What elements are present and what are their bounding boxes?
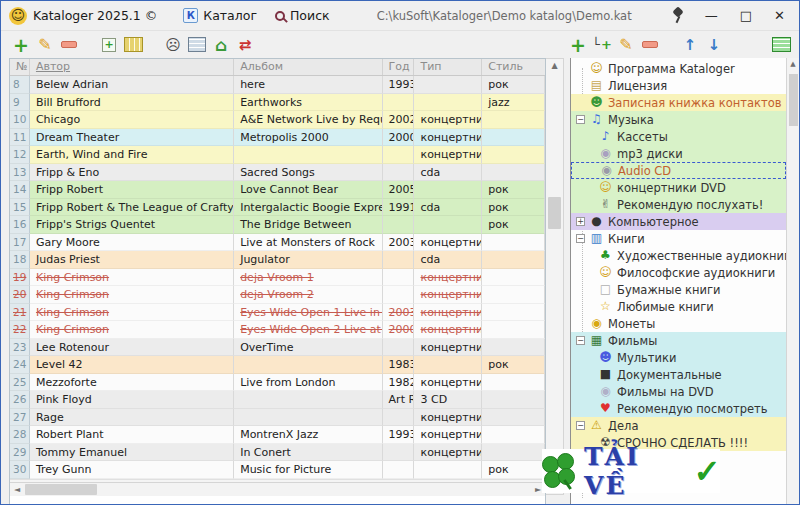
cell-num: 16 <box>10 216 30 234</box>
scroll-left-icon[interactable]: ◄ <box>10 483 24 496</box>
tree-scroll-up-icon[interactable]: ▲ <box>787 60 799 68</box>
table-row[interactable]: 15Fripp Robert & The League of Crafty Gu… <box>10 199 545 217</box>
tree-item[interactable]: ☆Любимые книги <box>571 298 786 315</box>
tree-item[interactable]: ■Документальные <box>571 366 786 383</box>
add-child-node-icon[interactable]: └ <box>590 35 614 55</box>
collapse-minus-icon[interactable]: − <box>576 234 585 243</box>
tree-item[interactable]: ▤Лицензия <box>571 77 786 94</box>
edit-node-icon[interactable]: ✎ <box>614 35 638 55</box>
column-header-year[interactable]: Год <box>383 59 415 75</box>
tree-table-icon[interactable] <box>769 35 793 55</box>
table-row[interactable]: 8Belew Adrianhere1993рок <box>10 76 545 94</box>
add-record-icon[interactable]: + <box>9 35 33 55</box>
tree-item[interactable]: ☺концертники DVD <box>571 179 786 196</box>
home-icon[interactable]: ⌂ <box>209 35 233 55</box>
collapse-minus-icon[interactable]: − <box>576 336 585 345</box>
move-down-icon[interactable]: ↓ <box>702 35 726 55</box>
collapse-minus-icon[interactable]: − <box>576 115 585 124</box>
tree-item[interactable]: ◉Фильмы на DVD <box>571 383 786 400</box>
cell-author: Chicago <box>30 111 234 129</box>
table-row[interactable]: 21King CrimsonEyes Wide Open 1 Live in J… <box>10 304 545 322</box>
catalog-button[interactable]: К Каталог <box>177 6 263 25</box>
table-row[interactable]: 28Robert PlantMontrenX Jazz1993концертни… <box>10 426 545 444</box>
check-icon: ✓ <box>693 456 720 486</box>
table-row[interactable]: 24Level 421983рок <box>10 356 545 374</box>
cell-style <box>482 269 545 287</box>
table-row[interactable]: 19King Crimsondeja Vroom 1концертник <box>10 269 545 287</box>
tree-scroll-thumb[interactable] <box>789 74 798 126</box>
table-row[interactable]: 11Dream TheaterMetropolis 20002000концер… <box>10 129 545 147</box>
table-row[interactable]: 27Rageконцертник <box>10 409 545 427</box>
table-row[interactable]: 16Fripp's Strigs QuentetThe Bridge Betwe… <box>10 216 545 234</box>
exchange-icon[interactable]: ⇄ <box>233 35 257 55</box>
table-row[interactable]: 17Gary MooreLive at Monsters of Rock2003… <box>10 234 545 252</box>
insert-record-icon[interactable] <box>97 35 121 55</box>
coin-icon: ◉ <box>589 316 604 331</box>
tree-item[interactable]: ◉Монеты <box>571 315 786 332</box>
delete-node-icon[interactable] <box>638 35 662 55</box>
minimize-button[interactable]: — <box>705 9 718 23</box>
tree-item[interactable]: +●Компьютерное <box>571 213 786 230</box>
smiley-face-icon[interactable]: ☹ <box>161 35 185 55</box>
expand-plus-icon[interactable]: + <box>576 217 585 226</box>
records-table: № Автор Альбом Год Тип Стиль 8Belew Adri… <box>9 58 546 505</box>
hscroll-thumb[interactable] <box>25 484 97 495</box>
tree-item[interactable]: ☻Записная книжка контактов <box>571 94 786 111</box>
column-header-style[interactable]: Стиль <box>482 59 545 75</box>
tree-item[interactable]: ♪Кассеты <box>571 128 786 145</box>
tree-item[interactable]: ✌Рекомендую послухать! <box>571 196 786 213</box>
cell-style <box>482 146 545 164</box>
delete-record-icon[interactable] <box>57 35 81 55</box>
add-node-icon[interactable]: + <box>566 35 590 55</box>
table-row[interactable]: 26Pink FloydArt Rock3 CD <box>10 391 545 409</box>
tree-item[interactable]: ◉Audio CD <box>571 162 786 179</box>
horizontal-scrollbar[interactable]: ◄ ► <box>10 482 545 496</box>
cell-num: 19 <box>10 269 30 287</box>
maximize-button[interactable]: □ <box>740 9 752 23</box>
table-row[interactable]: 20King Crimsondeja Vroom 2концертник <box>10 286 545 304</box>
scroll-up-icon[interactable]: ▲ <box>546 61 563 70</box>
column-header-type[interactable]: Тип <box>414 59 482 75</box>
table-row[interactable]: 9Bill BruffordEarthworksjazz <box>10 94 545 112</box>
table-row[interactable]: 10ChicagoA&E Network Live by Request2002… <box>10 111 545 129</box>
cell-author: King Crimson <box>30 321 234 339</box>
cell-album: deja Vroom 1 <box>234 269 382 287</box>
pin-icon[interactable] <box>673 8 683 23</box>
tree-item[interactable]: ☺Философские аудиокниги <box>571 264 786 281</box>
table-row[interactable]: 14Fripp RobertLove Cannot Bear2005рок <box>10 181 545 199</box>
vscroll-thumb[interactable] <box>548 197 561 229</box>
table-row[interactable]: 13Fripp & EnoSacred Songscda <box>10 164 545 182</box>
table-row[interactable]: 22King CrimsonEyes Wide Open 2 Live at t… <box>10 321 545 339</box>
table-row[interactable]: 25MezzoforteLive from London1982концертн… <box>10 374 545 392</box>
tree-item[interactable]: −♫Музыка <box>571 111 786 128</box>
columns-icon[interactable] <box>121 35 145 55</box>
table-row[interactable]: 18Judas PriestJugulatorcda <box>10 251 545 269</box>
cell-style <box>482 111 545 129</box>
tree-item[interactable]: ☺Программа Kataloger <box>571 60 786 77</box>
column-header-author[interactable]: Автор <box>30 59 234 75</box>
table-row[interactable]: 12Earth, Wind and Fireконцертник <box>10 146 545 164</box>
edit-record-icon[interactable]: ✎ <box>33 35 57 55</box>
tree-item[interactable]: −⚠Дела <box>571 417 786 434</box>
tree-item[interactable]: ◉mp3 диски <box>571 145 786 162</box>
table-row[interactable]: 23Lee RotenourOverTimeконцертник <box>10 339 545 357</box>
tree-item[interactable]: ♥Рекомендую посмотреть <box>571 400 786 417</box>
cell-style <box>482 286 545 304</box>
table-view-icon[interactable] <box>185 35 209 55</box>
collapse-minus-icon[interactable]: − <box>576 421 585 430</box>
search-button[interactable]: Поиск <box>269 6 336 25</box>
tree-item[interactable]: ♣Художественные аудиокниги <box>571 247 786 264</box>
tree-item[interactable]: ☻Мультики <box>571 349 786 366</box>
table-vertical-scrollbar[interactable]: ▲ <box>546 58 564 495</box>
tree-scrollbar[interactable]: ▲ <box>786 58 799 505</box>
column-header-num[interactable]: № <box>10 59 30 75</box>
tree-item[interactable]: −▦Фильмы <box>571 332 786 349</box>
tree-item[interactable]: −▥Книги <box>571 230 786 247</box>
tree-item[interactable]: □Бумажные книги <box>571 281 786 298</box>
move-up-icon[interactable]: ↑ <box>678 35 702 55</box>
table-row[interactable]: 30Trey GunnMusic for Pictureрок <box>10 461 545 479</box>
close-button[interactable]: ✕ <box>774 9 785 23</box>
table-row[interactable]: 29Tommy EmanuelIn Conertконцертник <box>10 444 545 462</box>
cell-album <box>234 146 382 164</box>
column-header-album[interactable]: Альбом <box>234 59 382 75</box>
